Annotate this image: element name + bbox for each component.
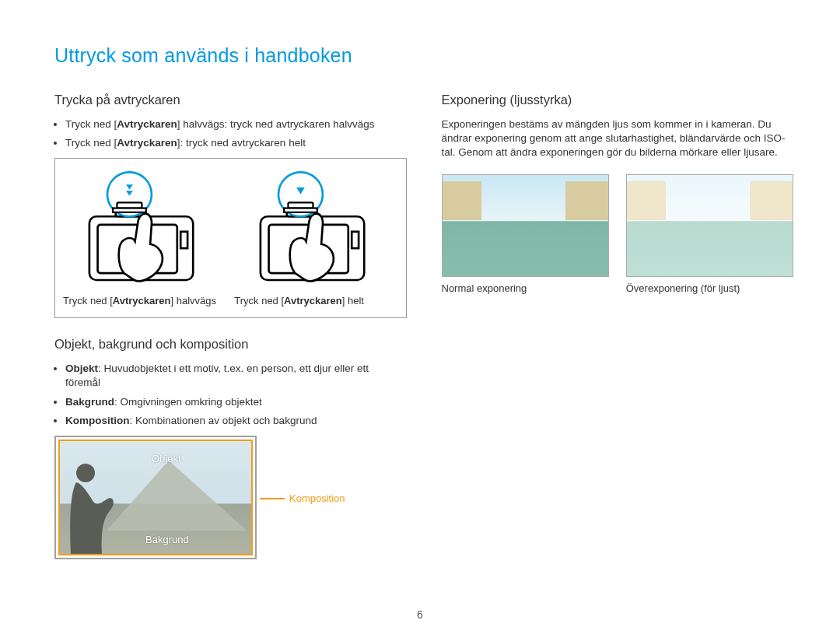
left-column: Trycka på avtryckaren Tryck ned [Avtryck…: [54, 91, 407, 559]
shutter-figure-full: Tryck ned [Avtryckaren] helt: [234, 168, 397, 308]
svg-rect-2: [180, 232, 187, 248]
composition-heading: Objekt, bakgrund och komposition: [54, 335, 407, 352]
camera-full-press-illustration: [234, 168, 397, 292]
manual-page: Uttryck som används i handboken Trycka p…: [0, 0, 840, 634]
exposure-paragraph: Exponeringen bestäms av mängden ljus som…: [442, 117, 794, 160]
composition-bullets: Objekt: Huvudobjektet i ett motiv, t.ex.…: [54, 362, 407, 428]
comp-bullet-3: Komposition: Kombinationen av objekt och…: [65, 414, 407, 428]
person-silhouette: [66, 461, 122, 554]
camera-icon: [246, 168, 386, 292]
shutter-figure-group: Tryck ned [Avtryckaren] halvvägs: [54, 158, 407, 318]
leader-line: [260, 498, 285, 499]
shutter-figure-half: Tryck ned [Avtryckaren] halvvägs: [63, 168, 226, 308]
camera-half-press-illustration: [63, 168, 226, 292]
caption-overexposed: Överexponering (för ljust): [626, 282, 793, 296]
exposure-comparison: Normal exponering Överexponering (för lj…: [442, 174, 794, 296]
two-column-layout: Trycka på avtryckaren Tryck ned [Avtryck…: [54, 91, 793, 559]
page-number: 6: [417, 608, 423, 622]
label-komposition: Komposition: [289, 492, 345, 506]
mountain-shape: [107, 461, 247, 531]
comp-bullet-2: Bakgrund: Omgivningen omkring objektet: [65, 395, 407, 409]
label-bakgrund: Bakgrund: [145, 533, 189, 547]
shutter-bullets: Tryck ned [Avtryckaren] halvvägs: tryck …: [54, 117, 407, 150]
svg-rect-9: [352, 232, 359, 248]
svg-rect-13: [284, 208, 317, 212]
svg-point-14: [76, 464, 95, 482]
shutter-heading: Trycka på avtryckaren: [54, 91, 407, 108]
photo-normal: Normal exponering: [442, 174, 609, 296]
right-column: Exponering (ljusstyrka) Exponeringen bes…: [442, 91, 794, 559]
svg-rect-6: [113, 208, 146, 212]
caption-normal: Normal exponering: [442, 282, 609, 296]
photo-overexposed: Överexponering (för ljust): [626, 174, 793, 296]
shutter-bullet-2: Tryck ned [Avtryckaren]: tryck ned avtry…: [65, 136, 407, 150]
shutter-caption-half: Tryck ned [Avtryckaren] halvvägs: [63, 294, 226, 308]
exposure-heading: Exponering (ljusstyrka): [442, 91, 794, 108]
shutter-caption-full: Tryck ned [Avtryckaren] helt: [234, 294, 397, 308]
page-title: Uttryck som används i handboken: [54, 43, 793, 69]
label-objekt: Objekt: [152, 452, 181, 466]
composition-diagram: Objekt Bakgrund Komposition: [54, 436, 257, 559]
camera-icon: [75, 168, 215, 292]
comp-bullet-1: Objekt: Huvudobjektet i ett motiv, t.ex.…: [65, 362, 407, 390]
shutter-bullet-1: Tryck ned [Avtryckaren] halvvägs: tryck …: [65, 117, 407, 131]
leader-komposition: Komposition: [260, 492, 345, 506]
